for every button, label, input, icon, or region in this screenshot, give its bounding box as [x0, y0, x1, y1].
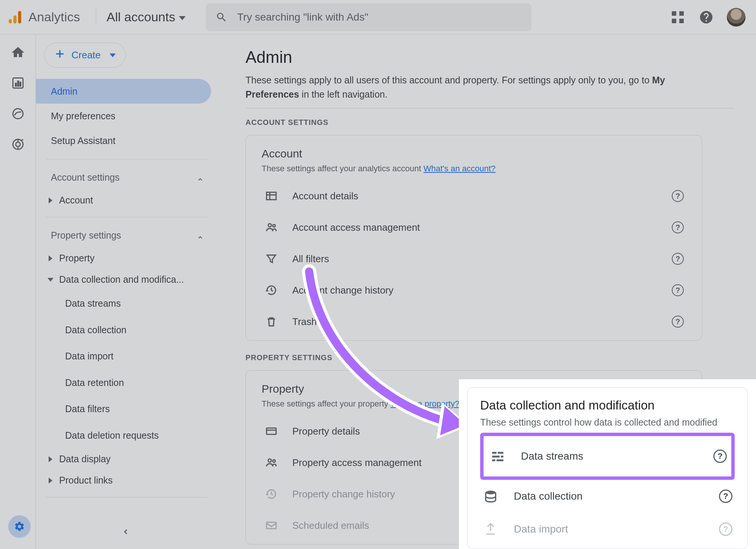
- tree-item-data-collection-mod[interactable]: Data collection and modifica...: [42, 269, 211, 290]
- apps-icon[interactable]: [670, 9, 686, 25]
- left-rail: [0, 34, 36, 549]
- expand-down-icon: [48, 278, 54, 282]
- svg-rect-4: [15, 83, 16, 86]
- app-header: Analytics All accounts: [0, 0, 756, 34]
- home-icon[interactable]: [10, 45, 25, 60]
- svg-point-9: [16, 142, 20, 147]
- expand-right-icon: [49, 478, 52, 484]
- svg-rect-22: [497, 459, 503, 461]
- history-icon: [264, 487, 279, 502]
- search-icon: [216, 11, 228, 24]
- help-icon[interactable]: ?: [672, 284, 684, 296]
- tree-sub-data-filters[interactable]: Data filters: [65, 396, 211, 422]
- whats-an-account-link[interactable]: What's an account?: [424, 164, 496, 173]
- divider: [46, 159, 207, 159]
- chevron-up-icon: [197, 174, 204, 181]
- expand-right-icon: [49, 197, 52, 203]
- create-button[interactable]: Create: [44, 43, 126, 68]
- row-change-history[interactable]: Account change history ?: [262, 274, 686, 306]
- explore-icon[interactable]: [10, 106, 25, 121]
- help-icon[interactable]: ?: [672, 316, 684, 328]
- nav-panel: Create Admin My preferences Setup Assist…: [36, 34, 216, 549]
- row-account-details[interactable]: Account details ?: [262, 180, 686, 212]
- tree-sub-data-retention[interactable]: Data retention: [65, 369, 211, 396]
- callout-row-data-import[interactable]: Data import ?: [480, 513, 735, 546]
- callout-card: Data collection and modification These s…: [467, 387, 748, 549]
- mail-icon: [264, 518, 279, 533]
- section-label-property: PROPERTY SETTINGS: [246, 353, 734, 362]
- whats-a-property-link[interactable]: What's a property?: [390, 399, 459, 408]
- nav-item-setup-assistant[interactable]: Setup Assistant: [36, 128, 211, 153]
- search-bar[interactable]: [206, 3, 531, 31]
- chevron-up-icon: [197, 232, 204, 239]
- svg-point-7: [13, 109, 23, 119]
- row-all-filters[interactable]: All filters ?: [262, 243, 686, 274]
- tree-item-property[interactable]: Property: [42, 248, 211, 269]
- divider: [246, 108, 734, 108]
- nav-item-my-preferences[interactable]: My preferences: [36, 104, 211, 128]
- tree-item-data-display[interactable]: Data display: [42, 448, 211, 470]
- help-icon[interactable]: ?: [672, 221, 684, 233]
- svg-rect-20: [501, 456, 503, 457]
- help-icon[interactable]: ?: [719, 490, 732, 503]
- help-icon[interactable]: ?: [672, 190, 684, 202]
- brand-text: Analytics: [28, 10, 80, 24]
- callout-subtitle: These settings control how data is colle…: [480, 415, 735, 429]
- svg-rect-21: [492, 459, 495, 461]
- help-icon[interactable]: [698, 9, 714, 25]
- account-card: Account These settings affect your analy…: [246, 135, 702, 341]
- page-description: These settings apply to all users of thi…: [246, 73, 680, 101]
- filter-icon: [264, 251, 279, 266]
- tree-sub-data-deletion[interactable]: Data deletion requests: [65, 422, 211, 449]
- search-input[interactable]: [237, 11, 522, 23]
- details-icon: [264, 188, 279, 203]
- nav-group-property-settings[interactable]: Property settings: [42, 223, 211, 248]
- tree-item-account[interactable]: Account: [42, 190, 211, 211]
- tree-sub-data-streams[interactable]: Data streams: [65, 290, 211, 317]
- card-subtitle: These settings affect your analytics acc…: [262, 164, 686, 174]
- nav-item-admin[interactable]: Admin: [36, 79, 211, 104]
- svg-point-15: [273, 460, 275, 462]
- tree-item-product-links[interactable]: Product links: [42, 470, 211, 491]
- ga-logo-icon: [7, 10, 22, 25]
- svg-point-14: [268, 459, 272, 462]
- help-icon[interactable]: ?: [719, 522, 732, 536]
- help-icon[interactable]: ?: [713, 450, 727, 463]
- tree-sub-data-import[interactable]: Data import: [65, 343, 211, 369]
- svg-rect-1: [13, 15, 16, 24]
- expand-right-icon: [49, 255, 52, 261]
- tree-children-data-collection: Data streams Data collection Data import…: [42, 290, 211, 448]
- row-account-access[interactable]: Account access management ?: [262, 212, 686, 243]
- divider: [46, 217, 207, 217]
- admin-gear-fab[interactable]: [8, 515, 31, 538]
- callout-title: Data collection and modification: [480, 398, 735, 412]
- row-trash[interactable]: Trash ?: [262, 306, 686, 337]
- ga-logo[interactable]: Analytics: [7, 10, 80, 25]
- svg-rect-0: [9, 19, 12, 24]
- help-icon[interactable]: ?: [672, 253, 684, 265]
- chevron-down-icon: [110, 53, 116, 57]
- create-label: Create: [71, 49, 101, 61]
- caret-down-icon: [179, 16, 186, 20]
- section-label-account: ACCOUNT SETTINGS: [246, 118, 734, 127]
- divider: [46, 497, 207, 497]
- nav-group-account-settings[interactable]: Account settings: [42, 165, 211, 190]
- highlight-box: Data streams ?: [480, 433, 735, 480]
- svg-rect-18: [498, 452, 503, 454]
- account-switcher[interactable]: All accounts: [107, 10, 186, 24]
- people-icon: [264, 455, 279, 470]
- svg-rect-16: [266, 522, 276, 529]
- svg-rect-13: [266, 428, 276, 435]
- expand-right-icon: [49, 456, 52, 462]
- tree-sub-data-collection[interactable]: Data collection: [65, 317, 211, 343]
- callout-row-data-collection[interactable]: Data collection ?: [480, 480, 735, 513]
- reports-icon[interactable]: [10, 76, 25, 91]
- page-title: Admin: [246, 48, 734, 67]
- ads-icon[interactable]: [10, 137, 25, 152]
- collapse-nav-button[interactable]: [117, 523, 135, 541]
- svg-rect-19: [492, 456, 500, 457]
- avatar[interactable]: [727, 8, 746, 27]
- svg-rect-6: [19, 82, 21, 86]
- callout-row-data-streams[interactable]: Data streams ?: [487, 440, 729, 473]
- card-title: Account: [262, 147, 686, 160]
